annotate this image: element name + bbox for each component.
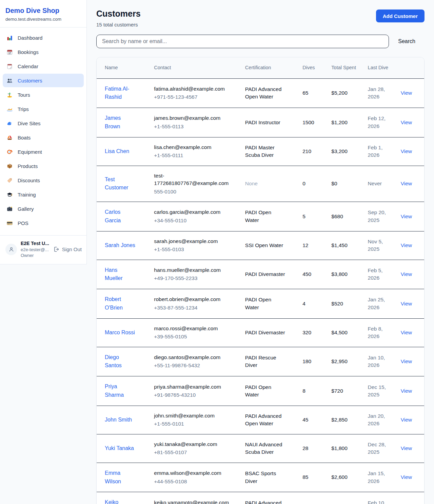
customer-name-link[interactable]: Fatima Al-Rashid	[105, 86, 129, 100]
add-customer-button[interactable]: Add Customer	[376, 10, 425, 22]
main-content: Customers 15 total customers Add Custome…	[87, 0, 434, 504]
sidebar-item-dive-sites[interactable]: Dive Sites	[3, 116, 84, 130]
customer-name-link[interactable]: James Brown	[105, 115, 121, 129]
customer-last-dive: Jan 15, 2026	[368, 470, 385, 484]
sidebar-item-discounts[interactable]: Discounts	[3, 173, 84, 187]
view-link[interactable]: View	[401, 330, 412, 335]
page-title: Customers	[96, 9, 141, 19]
customer-email: robert.obrien@example.com	[154, 296, 230, 303]
customer-name-link[interactable]: Carlos Garcia	[105, 209, 121, 223]
tear-off-calendar-icon	[6, 63, 13, 70]
customer-last-dive: Nov 5, 2025	[368, 239, 383, 252]
view-link[interactable]: View	[401, 271, 412, 277]
customer-certification: BSAC Sports Diver	[245, 470, 276, 484]
customer-dives: 180	[302, 358, 311, 364]
customer-name-link[interactable]: John Smith	[105, 417, 132, 423]
view-link[interactable]: View	[401, 474, 412, 480]
sidebar-item-boats[interactable]: Boats	[3, 131, 84, 144]
customer-email: carlos.garcia@example.com	[154, 208, 230, 216]
sign-out-icon	[53, 246, 60, 253]
customer-name-link[interactable]: Lisa Chen	[105, 148, 129, 154]
sidebar-item-training[interactable]: Training	[3, 188, 84, 201]
sidebar-item-calendar[interactable]: Calendar	[3, 59, 84, 73]
customer-last-dive: Sep 20, 2025	[368, 209, 386, 223]
customer-name-link[interactable]: Emma Wilson	[105, 470, 121, 484]
customer-phone: +39-555-0105	[154, 333, 230, 340]
customer-total-spent: $3,800	[331, 271, 347, 277]
palm-island-icon	[6, 91, 13, 98]
graduation-cap-icon	[6, 191, 13, 198]
customer-phone: +353-87-555-1234	[154, 304, 230, 312]
customer-email: marco.rossi@example.com	[154, 325, 230, 332]
sidebar-item-dashboard[interactable]: Dashboard	[3, 31, 84, 44]
customer-phone: +34-555-0110	[154, 217, 230, 224]
table-row: Carlos Garcia carlos.garcia@example.com …	[97, 202, 424, 231]
sidebar-item-gallery[interactable]: Gallery	[3, 202, 84, 216]
customer-dives: 210	[302, 148, 311, 154]
customer-name-link[interactable]: Hans Mueller	[105, 267, 122, 281]
customer-name-link[interactable]: Priya Sharma	[105, 384, 124, 398]
table-row: Emma Wilson emma.wilson@example.com +44-…	[97, 463, 424, 492]
column-header-dives: Dives	[294, 57, 323, 78]
view-link[interactable]: View	[401, 242, 412, 248]
page-header: Customers 15 total customers Add Custome…	[96, 9, 425, 27]
customer-total-spent: $1,800	[331, 445, 347, 451]
customer-dives: 28	[302, 445, 308, 451]
customer-total-spent: $680	[331, 213, 343, 219]
view-link[interactable]: View	[401, 445, 412, 451]
table-row: Yuki Tanaka yuki.tanaka@example.com +81-…	[97, 434, 424, 463]
customer-last-dive: Feb 12, 2026	[368, 115, 386, 129]
user-email: e2e-tester@...	[21, 247, 49, 253]
view-link[interactable]: View	[401, 301, 412, 306]
sign-out-label: Sign Out	[62, 246, 82, 252]
sidebar-item-label: Training	[18, 192, 36, 198]
sidebar-item-label: Customers	[18, 78, 42, 83]
sidebar-item-pos[interactable]: POS	[3, 216, 84, 230]
sidebar-item-label: Products	[18, 163, 38, 169]
sidebar-item-products[interactable]: Products	[3, 159, 84, 173]
customer-dives: 12	[302, 242, 308, 248]
sidebar-item-tours[interactable]: Tours	[3, 88, 84, 101]
customer-certification: SSI Open Water	[245, 242, 283, 248]
customer-name-link[interactable]: Robert O'Brien	[105, 296, 123, 311]
view-link[interactable]: View	[401, 213, 412, 219]
sidebar-item-customers[interactable]: Customers	[3, 74, 84, 87]
customer-last-dive: Jan 20, 2026	[368, 413, 385, 426]
user-role: Owner	[21, 253, 49, 259]
sidebar-item-bookings[interactable]: 17 Bookings	[3, 45, 84, 59]
customer-name-link[interactable]: Yuki Tanaka	[105, 445, 134, 451]
view-link[interactable]: View	[401, 358, 412, 364]
customer-certification: PADI Master Scuba Diver	[245, 145, 275, 158]
sidebar-item-label: Equipment	[18, 149, 42, 155]
customer-last-dive: Feb 10, 2026	[368, 500, 386, 504]
view-link[interactable]: View	[401, 417, 412, 423]
customer-certification: PADI Divemaster	[245, 330, 285, 335]
customer-last-dive: Feb 8, 2026	[368, 326, 383, 339]
search-input[interactable]	[96, 35, 389, 48]
user-section: E2E Test U... e2e-tester@... Owner Sign …	[0, 235, 86, 264]
sidebar-item-label: Trips	[18, 106, 29, 112]
table-row: Diego Santos diego.santos@example.com +5…	[97, 347, 424, 376]
view-link[interactable]: View	[401, 90, 412, 96]
app-layout: Demo Dive Shop demo.test.divestreams.com…	[0, 0, 434, 504]
view-link[interactable]: View	[401, 119, 412, 125]
column-header-total-spent: Total Spent	[323, 57, 359, 78]
customer-name-link[interactable]: Diego Santos	[105, 354, 122, 369]
diving-mask-icon	[6, 148, 13, 155]
customer-name-link[interactable]: Test Customer	[105, 176, 128, 191]
customer-name-link[interactable]: Marco Rossi	[105, 330, 135, 335]
view-link[interactable]: View	[401, 181, 412, 186]
customer-phone: +971-55-123-4567	[154, 93, 230, 101]
column-header-name: Name	[97, 57, 146, 78]
sign-out-button[interactable]: Sign Out	[53, 246, 82, 253]
customer-email: priya.sharma@example.com	[154, 383, 230, 391]
brand: Demo Dive Shop demo.test.divestreams.com	[0, 0, 86, 27]
customer-name-link[interactable]: Keiko Yamamoto	[105, 499, 131, 504]
view-link[interactable]: View	[401, 148, 412, 154]
search-button[interactable]: Search	[389, 38, 425, 44]
sidebar-item-trips[interactable]: Trips	[3, 102, 84, 116]
sidebar-item-equipment[interactable]: Equipment	[3, 145, 84, 158]
customer-phone: +1-555-0113	[154, 123, 230, 130]
view-link[interactable]: View	[401, 388, 412, 394]
customer-name-link[interactable]: Sarah Jones	[105, 242, 135, 248]
